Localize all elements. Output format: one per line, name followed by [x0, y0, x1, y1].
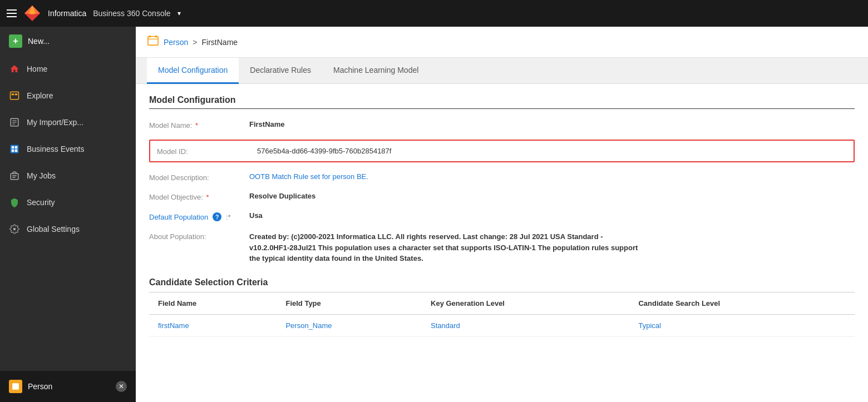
table-header-row: Field Name Field Type Key Generation Lev…	[149, 292, 855, 315]
svg-rect-3	[11, 92, 19, 100]
sidebar: + New... Home Explore My Import/Exp...	[0, 27, 136, 402]
sidebar-import-export-label: My Import/Exp...	[27, 118, 127, 127]
default-population-row: Default Population ? :* Usa	[149, 211, 855, 221]
candidate-selection-section: Candidate Selection Criteria Field Name …	[149, 277, 855, 337]
close-icon: ✕	[119, 383, 124, 390]
breadcrumb-separator: >	[193, 38, 197, 47]
new-button[interactable]: + New...	[0, 27, 136, 56]
model-description-row: Model Description: OOTB Match Rule set f…	[149, 172, 855, 182]
svg-rect-21	[149, 36, 151, 38]
model-name-row: Model Name: * FirstName	[149, 120, 855, 130]
table-row: firstName Person_Name Standard Typical	[149, 314, 855, 336]
new-label: New...	[28, 37, 50, 46]
person-close-button[interactable]: ✕	[116, 381, 127, 392]
model-id-row: Model ID: 576e5b4a-dd66-4399-9fb5-760b28…	[149, 140, 855, 162]
tab-declarative-rules[interactable]: Declarative Rules	[239, 58, 322, 84]
default-population-label: Default Population ? :*	[149, 211, 249, 221]
section-title: Model Configuration	[149, 95, 855, 105]
sidebar-explore-label: Explore	[27, 91, 127, 100]
top-nav: Informatica Business 360 Console ▾	[0, 0, 868, 27]
breadcrumb-current: FirstName	[202, 38, 238, 47]
svg-rect-4	[12, 93, 14, 95]
sidebar-item-security[interactable]: Security	[0, 189, 136, 216]
sidebar-item-explore[interactable]: Explore	[0, 82, 136, 109]
col-candidate-search: Candidate Search Level	[629, 292, 855, 315]
explore-icon	[9, 90, 20, 101]
col-field-type: Field Type	[277, 292, 422, 315]
cell-candidate-search: Typical	[629, 314, 855, 336]
sidebar-my-jobs-label: My Jobs	[27, 171, 127, 180]
person-icon	[9, 380, 22, 393]
candidate-table: Field Name Field Type Key Generation Lev…	[149, 292, 855, 337]
sidebar-person-item[interactable]: Person ✕	[0, 371, 136, 402]
cell-key-generation: Standard	[422, 314, 629, 336]
help-icon[interactable]: ?	[213, 212, 221, 221]
sidebar-item-business-events[interactable]: Business Events	[0, 136, 136, 162]
main-content: Person > FirstName Model Configuration D…	[136, 27, 868, 402]
svg-rect-12	[15, 146, 18, 149]
svg-rect-15	[11, 173, 18, 180]
dropdown-chevron-icon[interactable]: ▾	[177, 9, 181, 17]
svg-rect-5	[15, 93, 18, 95]
import-export-icon	[9, 117, 20, 128]
svg-rect-22	[155, 36, 157, 38]
new-plus-icon: +	[9, 34, 22, 48]
svg-rect-11	[12, 146, 14, 149]
content-area: Model Configuration Model Name: * FirstN…	[136, 84, 868, 402]
sidebar-item-home[interactable]: Home	[0, 56, 136, 82]
about-population-label: About Population:	[149, 231, 249, 241]
model-id-value: 576e5b4a-dd66-4399-9fb5-760b2854187f	[257, 147, 847, 155]
model-objective-row: Model Objective: * Resolve Duplicates	[149, 192, 855, 201]
svg-rect-13	[12, 150, 14, 152]
global-settings-icon	[9, 224, 20, 235]
sidebar-business-events-label: Business Events	[27, 145, 127, 153]
hamburger-icon[interactable]	[7, 9, 17, 17]
sidebar-home-label: Home	[27, 64, 127, 73]
candidate-section-title: Candidate Selection Criteria	[149, 277, 855, 287]
sidebar-item-global-settings[interactable]: Global Settings	[0, 216, 136, 242]
required-indicator: *	[195, 121, 198, 130]
business-events-icon	[9, 143, 20, 155]
logo-icon	[23, 4, 41, 22]
svg-rect-19	[12, 383, 19, 390]
breadcrumb: Person > FirstName	[136, 27, 868, 58]
about-population-row: About Population: Created by: (c)2000-20…	[149, 231, 855, 264]
my-jobs-icon	[9, 170, 20, 181]
sidebar-person-section: Person ✕	[0, 371, 136, 402]
sidebar-item-my-jobs[interactable]: My Jobs	[0, 162, 136, 189]
breadcrumb-icon	[147, 34, 159, 49]
about-population-value: Created by: (c)2000-2021 Informatica LLC…	[249, 231, 639, 264]
model-objective-label: Model Objective: *	[149, 192, 249, 201]
model-objective-value: Resolve Duplicates	[249, 192, 855, 200]
model-name-label: Model Name: *	[149, 120, 249, 130]
cell-field-type: Person_Name	[277, 314, 422, 336]
cell-field-name: firstName	[149, 314, 277, 336]
breadcrumb-parent[interactable]: Person	[164, 38, 188, 47]
sidebar-security-label: Security	[27, 198, 127, 207]
section-divider	[149, 108, 855, 109]
svg-rect-20	[148, 37, 158, 46]
sidebar-person-label: Person	[28, 382, 52, 391]
app-name: Informatica	[48, 9, 86, 18]
tabs-bar: Model Configuration Declarative Rules Ma…	[136, 58, 868, 84]
sidebar-global-settings-label: Global Settings	[27, 225, 127, 234]
model-name-value: FirstName	[249, 120, 855, 128]
svg-point-18	[13, 228, 16, 231]
default-population-value: Usa	[249, 211, 855, 220]
model-id-label: Model ID:	[157, 146, 257, 156]
home-icon	[9, 63, 20, 75]
col-field-name: Field Name	[149, 292, 277, 315]
sidebar-item-import-export[interactable]: My Import/Exp...	[0, 109, 136, 136]
model-description-value: OOTB Match Rule set for person BE.	[249, 172, 855, 181]
app-subtitle: Business 360 Console	[93, 9, 170, 18]
tab-machine-learning-model[interactable]: Machine Learning Model	[322, 58, 430, 84]
svg-rect-14	[15, 150, 18, 152]
col-key-generation: Key Generation Level	[422, 292, 629, 315]
model-description-label: Model Description:	[149, 172, 249, 182]
tab-model-configuration[interactable]: Model Configuration	[147, 58, 239, 84]
security-icon	[9, 197, 20, 208]
